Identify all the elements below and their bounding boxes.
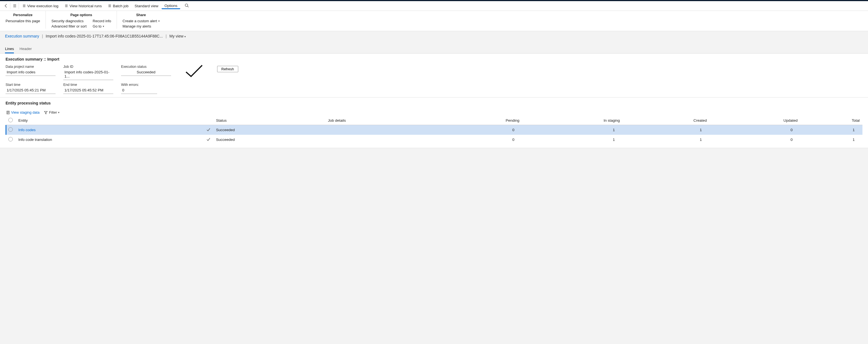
col-job-details[interactable]: Job details xyxy=(325,116,433,125)
row-pending: 0 xyxy=(433,135,522,144)
breadcrumb: Execution summary | Import info codes-20… xyxy=(0,31,868,41)
create-alert-label: Create a custom alert xyxy=(122,19,157,23)
col-updated[interactable]: Updated xyxy=(709,116,800,125)
col-in-staging[interactable]: In staging xyxy=(522,116,623,125)
ribbon-share-title: Share xyxy=(122,13,160,17)
ribbon-personalize-title: Personalize xyxy=(5,13,40,17)
back-icon[interactable] xyxy=(2,2,10,9)
ribbon-group-personalize: Personalize Personalize this page xyxy=(5,11,46,29)
ribbon-page-options-title: Page options xyxy=(51,13,112,17)
end-time-label: End time xyxy=(63,83,113,87)
chevron-down-icon: ▾ xyxy=(184,35,186,38)
advanced-filter-link[interactable]: Advanced filter or sort xyxy=(51,24,87,29)
batch-job-label: Batch job xyxy=(113,4,128,8)
exec-status-label: Execution status xyxy=(121,65,171,69)
entity-processing-title: Entity processing status xyxy=(5,101,863,105)
batch-job-button[interactable]: Batch job xyxy=(105,3,131,9)
chevron-down-icon: ▾ xyxy=(158,20,160,23)
list-icon[interactable] xyxy=(11,2,19,9)
breadcrumb-root-link[interactable]: Execution summary xyxy=(5,34,39,38)
filter-label: Filter xyxy=(49,110,57,114)
svg-point-0 xyxy=(185,4,188,6)
row-job-details xyxy=(325,135,433,144)
row-updated: 0 xyxy=(709,135,800,144)
col-status[interactable]: Status xyxy=(213,116,325,125)
options-label: Options xyxy=(164,4,178,8)
row-total: 1 xyxy=(801,135,863,144)
view-selector[interactable]: My view ▾ xyxy=(169,34,186,38)
entity-processing-panel: Entity processing status View staging da… xyxy=(0,97,868,148)
execution-summary-title: Execution summary :: Import xyxy=(5,57,863,61)
go-to-link[interactable]: Go to ▾ xyxy=(92,24,112,29)
data-project-label: Data project name xyxy=(5,65,56,69)
manage-my-alerts-link[interactable]: Manage my alerts xyxy=(122,24,160,29)
start-time-value[interactable]: 1/17/2025 05:45:21 PM xyxy=(5,87,56,94)
tab-header[interactable]: Header xyxy=(20,47,32,53)
security-diagnostics-link[interactable]: Security diagnostics xyxy=(51,19,87,23)
entity-name: Info code translation xyxy=(18,138,52,142)
view-selector-label: My view xyxy=(169,34,184,38)
action-bar: View execution log View historical runs … xyxy=(0,1,868,11)
row-pending: 0 xyxy=(433,125,522,135)
select-all-header[interactable] xyxy=(5,116,16,125)
job-id-label: Job ID xyxy=(63,65,113,69)
view-execution-log-button[interactable]: View execution log xyxy=(20,3,61,9)
end-time-value[interactable]: 1/17/2025 05:45:52 PM xyxy=(63,87,113,94)
row-in-staging: 1 xyxy=(522,135,623,144)
view-historical-runs-label: View historical runs xyxy=(69,4,102,8)
refresh-button[interactable]: Refresh xyxy=(217,66,238,72)
options-ribbon: Personalize Personalize this page Page o… xyxy=(0,11,868,31)
data-project-value[interactable]: Import info codes xyxy=(5,69,56,76)
record-info-link[interactable]: Record info xyxy=(92,19,112,23)
standard-view-button[interactable]: Standard view xyxy=(132,3,161,9)
chevron-down-icon: ▾ xyxy=(58,111,59,114)
table-row[interactable]: Info codesSucceeded01101 xyxy=(5,125,863,135)
view-execution-log-label: View execution log xyxy=(27,4,58,8)
view-historical-runs-button[interactable]: View historical runs xyxy=(62,3,104,9)
execution-summary-panel: Execution summary :: Import Data project… xyxy=(0,54,868,97)
ribbon-group-page-options: Page options Security diagnostics Advanc… xyxy=(46,11,117,29)
standard-view-label: Standard view xyxy=(135,4,159,8)
ribbon-group-share: Share Create a custom alert ▾ Manage my … xyxy=(117,11,165,29)
chevron-down-icon: ▾ xyxy=(103,25,104,28)
view-staging-data-button[interactable]: View staging data xyxy=(6,110,39,114)
row-total: 1 xyxy=(801,125,863,135)
row-status: Succeeded xyxy=(213,135,325,144)
row-updated: 0 xyxy=(709,125,800,135)
job-id-value[interactable]: Import info codes-2025-01-1... xyxy=(63,69,113,80)
personalize-this-page-link[interactable]: Personalize this page xyxy=(5,19,40,23)
with-errors-value: 0 xyxy=(121,87,157,94)
check-icon xyxy=(206,128,211,133)
col-pending[interactable]: Pending xyxy=(433,116,522,125)
row-radio[interactable] xyxy=(8,127,13,132)
lines-header-tabs: Lines Header xyxy=(0,41,868,54)
row-radio[interactable] xyxy=(8,137,13,141)
radio-icon[interactable] xyxy=(8,118,13,122)
entity-link[interactable]: Info codes xyxy=(18,128,35,132)
row-status: Succeeded xyxy=(213,125,325,135)
row-created: 1 xyxy=(623,135,709,144)
table-row[interactable]: Info code translationSucceeded01101 xyxy=(5,135,863,144)
filter-button[interactable]: Filter ▾ xyxy=(44,110,59,114)
check-icon xyxy=(206,138,211,142)
breadcrumb-separator: | xyxy=(165,34,166,38)
exec-status-value: Succeeded xyxy=(121,69,171,76)
col-created[interactable]: Created xyxy=(623,116,709,125)
start-time-label: Start time xyxy=(5,83,56,87)
create-custom-alert-link[interactable]: Create a custom alert ▾ xyxy=(122,19,160,23)
options-tab[interactable]: Options xyxy=(162,2,180,9)
breadcrumb-record: Import info codes-2025-01-17T17:45:06-F0… xyxy=(46,34,163,38)
view-staging-label: View staging data xyxy=(11,110,39,114)
row-in-staging: 1 xyxy=(522,125,623,135)
row-created: 1 xyxy=(623,125,709,135)
entity-grid: Entity Status Job details Pending In sta… xyxy=(5,116,863,144)
search-icon[interactable] xyxy=(182,2,191,9)
success-check-icon xyxy=(184,63,204,80)
with-errors-label: With errors: xyxy=(121,83,157,87)
tab-lines[interactable]: Lines xyxy=(5,47,14,53)
row-job-details xyxy=(325,125,433,135)
breadcrumb-separator: | xyxy=(42,34,43,38)
go-to-label: Go to xyxy=(93,24,102,28)
col-entity[interactable]: Entity xyxy=(16,116,196,125)
col-total[interactable]: Total xyxy=(801,116,863,125)
